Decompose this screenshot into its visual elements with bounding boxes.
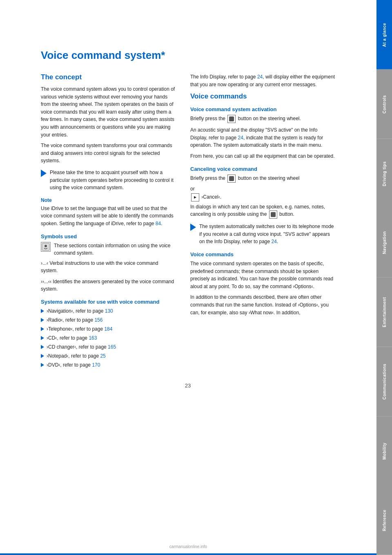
voice-commands-title: Voice commands: [190, 92, 335, 101]
note-page-link[interactable]: 84: [156, 221, 161, 226]
sidebar-tab-driving-tips[interactable]: Driving tips: [376, 139, 392, 208]
sidebar-tab-reference[interactable]: Reference: [376, 486, 392, 555]
bullet-icon-7: [41, 363, 44, 367]
cancel-command-text: ›Cancel‹.: [201, 194, 221, 200]
bullet-icon-2: [41, 318, 44, 322]
bottom-bar: [0, 553, 376, 555]
concept-text2: The voice command system transforms your…: [41, 142, 176, 165]
cd-page-link[interactable]: 163: [89, 335, 97, 341]
list-text-4: ›CD‹, refer to page 163: [47, 334, 97, 342]
note-title: Note: [41, 197, 176, 203]
activation-title: Voice command system activation: [190, 106, 335, 112]
list-item: ›CD changer‹, refer to page 165: [41, 343, 176, 351]
sidebar-tab-mobility[interactable]: Mobility: [376, 416, 392, 486]
concept-text1: The voice command system allows you to c…: [41, 85, 176, 139]
dvd-page-link[interactable]: 170: [92, 362, 100, 368]
list-item: ›Radio‹, refer to page 156: [41, 316, 176, 324]
note-text: Use iDrive to set the language that will…: [41, 205, 176, 228]
bullet-icon-1: [41, 309, 44, 313]
main-content: Voice command system* The concept The vo…: [0, 0, 359, 555]
steering-wheel-button-icon: [227, 115, 236, 123]
note-text-span: Use iDrive to set the language that will…: [41, 206, 174, 226]
voice-commands2-title: Voice commands: [190, 251, 335, 257]
page-container: Voice command system* The concept The vo…: [0, 0, 392, 555]
right-column: The Info Display, refer to page 24, will…: [190, 73, 335, 370]
cancel-button-icon2: [269, 210, 277, 219]
list-text-1: ›Navigation‹, refer to page 130: [47, 307, 113, 315]
activation-text3: From here, you can call up all the equip…: [190, 152, 335, 160]
bullet-icon-4: [41, 336, 44, 340]
sidebar-tab-navigation[interactable]: Navigation: [376, 208, 392, 278]
symbol-text2: ›...‹ Verbal instructions to use with th…: [41, 260, 176, 275]
list-text-6: ›Notepad‹, refer to page 25: [47, 352, 106, 360]
page-number: 23: [41, 383, 335, 397]
concept-title: The concept: [41, 73, 176, 81]
activation-link[interactable]: 24: [238, 135, 243, 141]
right-note-block: The system automatically switches over t…: [190, 223, 335, 246]
watermark: carmanualonline.info: [0, 544, 376, 549]
bullet-icon-3: [41, 327, 44, 331]
page-title: Voice command system*: [41, 49, 335, 62]
activation-text2: An acoustic signal and the display "SVS …: [190, 126, 335, 149]
activation-text1: Briefly press the button on the steering…: [190, 115, 335, 123]
note-triangle-block: Please take the time to acquaint yoursel…: [41, 169, 176, 192]
svg-point-1: [45, 245, 47, 247]
symbol-item-1: These sections contain information on us…: [41, 242, 176, 257]
sidebar-tab-at-a-glance[interactable]: At a glance: [376, 0, 392, 69]
cancel-command: ▶ ›Cancel‹.: [190, 193, 335, 201]
sidebar-tab-communications[interactable]: Communications: [376, 347, 392, 416]
right-sidebar: At a glance Controls Driving tips Naviga…: [376, 0, 392, 555]
or-text: or: [190, 186, 335, 192]
symbol-text3: ››...‹‹ Identifies the answers generated…: [41, 278, 176, 293]
cancel-text1: Briefly press the button on the steering…: [190, 175, 335, 183]
svg-rect-2: [229, 116, 234, 121]
cancel-title: Canceling voice command: [190, 166, 335, 172]
list-item: ›Notepad‹, refer to page 25: [41, 352, 176, 360]
right-note-text: The system automatically switches over t…: [199, 223, 335, 246]
svg-rect-4: [271, 212, 276, 217]
tel-page-link[interactable]: 184: [104, 326, 112, 332]
cancel-button-icon: [227, 175, 236, 183]
voice-symbol-icon: [41, 242, 51, 252]
list-item: ›CD‹, refer to page 163: [41, 334, 176, 342]
list-item: ›Telephone‹, refer to page 184: [41, 325, 176, 333]
list-text-7: ›DVD‹, refer to page 170: [47, 361, 100, 369]
two-column-layout: The concept The voice command system all…: [41, 73, 335, 370]
systems-title: Systems available for use with voice com…: [41, 299, 176, 305]
vc-text2: In addition to the commands described, t…: [190, 293, 335, 316]
svg-rect-3: [229, 176, 234, 181]
systems-list: ›Navigation‹, refer to page 130 ›Radio‹,…: [41, 307, 176, 369]
info-display-link[interactable]: 24: [257, 74, 263, 80]
list-text-5: ›CD changer‹, refer to page 165: [47, 343, 116, 351]
vc-icon: ▶: [191, 193, 199, 201]
note-block-link[interactable]: 24: [272, 239, 277, 244]
list-item: ›Navigation‹, refer to page 130: [41, 307, 176, 315]
right-triangle-icon: [190, 224, 196, 231]
bullet-icon-6: [41, 354, 44, 358]
sidebar-tab-controls[interactable]: Controls: [376, 69, 392, 139]
vc-text1: The voice command system operates on the…: [190, 260, 335, 290]
list-text-2: ›Radio‹, refer to page 156: [47, 316, 102, 324]
list-item: ›DVD‹, refer to page 170: [41, 361, 176, 369]
left-column: The concept The voice command system all…: [41, 73, 176, 370]
nav-page-link[interactable]: 130: [105, 308, 113, 314]
symbols-title: Symbols used: [41, 233, 176, 239]
info-display-text: The Info Display, refer to page 24, will…: [190, 73, 335, 88]
note-block-text: Please take the time to acquaint yoursel…: [50, 169, 176, 192]
triangle-icon: [41, 170, 47, 177]
radio-page-link[interactable]: 156: [94, 317, 102, 323]
list-text-3: ›Telephone‹, refer to page 184: [47, 325, 112, 333]
bullet-icon-5: [41, 345, 44, 349]
symbol-text1: These sections contain information on us…: [54, 242, 176, 257]
sidebar-tab-entertainment[interactable]: Entertainment: [376, 278, 392, 347]
cdchanger-page-link[interactable]: 165: [108, 344, 116, 350]
cancel-text3: In dialogs in which any text can be spok…: [190, 203, 335, 219]
notepad-page-link[interactable]: 25: [100, 353, 105, 359]
